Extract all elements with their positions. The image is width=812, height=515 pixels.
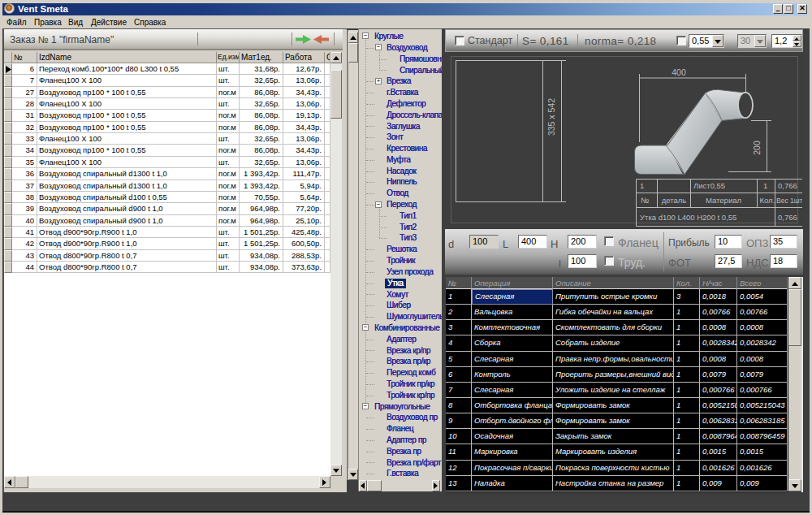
svg-text:1: 1: [640, 181, 644, 190]
svg-text:деталь: деталь: [662, 196, 687, 205]
svg-text:Утка d100 L400 H200 t 0,55: Утка d100 L400 H200 t 0,55: [640, 213, 736, 222]
svg-text:Кол.: Кол.: [760, 196, 775, 205]
svg-text:335 x 542: 335 x 542: [546, 98, 556, 136]
svg-text:1: 1: [763, 181, 767, 190]
svg-text:200: 200: [752, 141, 762, 155]
svg-text:0,766: 0,766: [778, 213, 797, 222]
svg-text:0,766: 0,766: [778, 181, 797, 190]
svg-text:Материал: Материал: [706, 196, 741, 205]
svg-text:№: №: [641, 196, 649, 205]
svg-text:Лист0,55: Лист0,55: [693, 181, 725, 190]
svg-text:Вес 1шт: Вес 1шт: [776, 197, 802, 205]
svg-text:400: 400: [672, 67, 686, 77]
